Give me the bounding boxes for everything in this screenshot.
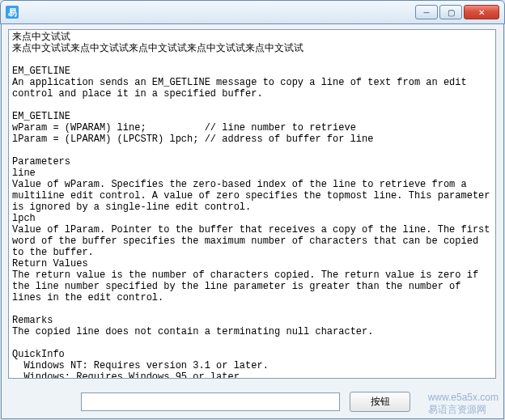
content-text-box[interactable]: 来点中文试试 来点中文试试来点中文试试来点中文试试来点中文试试来点中文试试 EM…: [8, 29, 496, 379]
svg-text:易: 易: [7, 7, 17, 17]
maximize-icon: ▢: [448, 8, 455, 17]
text-input[interactable]: [81, 392, 340, 411]
window-controls: ─ ▢ ✕: [415, 5, 499, 19]
close-icon: ✕: [478, 8, 485, 17]
minimize-icon: ─: [423, 8, 429, 17]
app-icon-e: 易: [6, 6, 19, 19]
close-button[interactable]: ✕: [464, 5, 499, 19]
titlebar[interactable]: 易 ─ ▢ ✕: [0, 0, 505, 24]
client-area: 来点中文试试 来点中文试试来点中文试试来点中文试试来点中文试试来点中文试试 EM…: [1, 24, 504, 419]
minimize-button[interactable]: ─: [415, 5, 438, 19]
maximize-button[interactable]: ▢: [439, 5, 462, 19]
bottom-row: 按钮: [2, 392, 503, 412]
action-button[interactable]: 按钮: [350, 392, 410, 412]
